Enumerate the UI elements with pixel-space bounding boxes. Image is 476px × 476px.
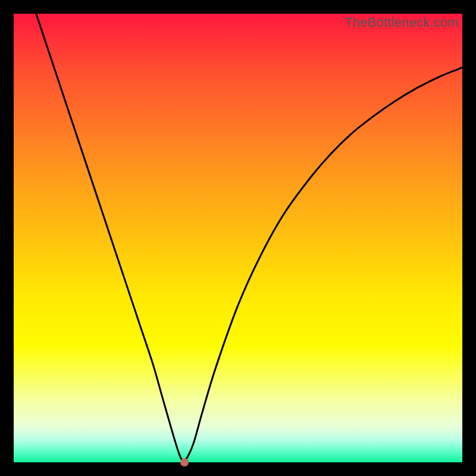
min-point-marker bbox=[180, 458, 189, 466]
chart-frame: TheBottleneck.com bbox=[0, 0, 476, 476]
chart-svg bbox=[14, 14, 462, 462]
bottleneck-curve-path bbox=[36, 14, 462, 462]
plot-area: TheBottleneck.com bbox=[14, 14, 462, 462]
